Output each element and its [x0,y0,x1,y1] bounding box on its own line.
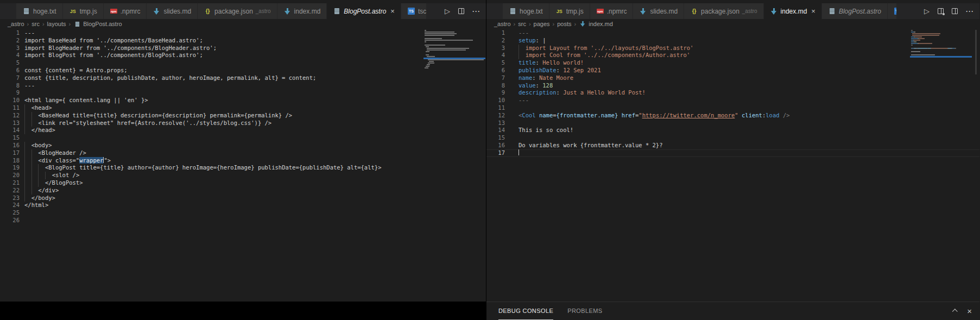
code-line-15[interactable]: 15 [486,134,979,142]
line-number: 26 [0,217,24,224]
minimap-highlight [910,56,972,58]
tab-strip-right: hoge.txtJStmp.jsnpm.npmrcslides.md{}pack… [486,3,919,19]
breadcrumb-item[interactable]: pages [534,21,550,27]
breadcrumb-file[interactable]: BlogPost.astro [83,21,122,27]
code-line-14[interactable]: 14This is so cool! [486,127,979,134]
indent-guide [45,172,52,179]
split-editor-alt-icon[interactable] [938,8,944,14]
tab-hoge.txt[interactable]: hoge.txt [503,3,549,19]
tab-.npmrc[interactable]: npm.npmrc [104,3,147,19]
tab-slides.md[interactable]: slides.md [633,3,684,19]
code-line-10[interactable]: 10--- [486,97,979,104]
code-line-20[interactable]: 20 <slot /> [0,172,486,179]
code-line-13[interactable]: 13 <link rel="stylesheet" href={Astro.re… [0,120,486,127]
code-line-4[interactable]: 4 import Cool from '../../components/Aut… [486,52,979,59]
tab-tmp.js[interactable]: JStmp.js [63,3,103,19]
code-line-3[interactable]: 3 import Layout from '../../layouts/Blog… [486,45,979,52]
line-number: 8 [486,82,519,90]
code-line-9[interactable]: 9description: Just a Hello World Post! [486,89,979,97]
code-line-5[interactable]: 5 [0,59,486,67]
editor-left[interactable]: 1---2import BaseHead from '../components… [0,28,486,302]
code-line-19[interactable]: 19 <BlogPost title={title} author={autho… [0,164,486,172]
code-line-1[interactable]: 1--- [0,29,486,37]
code-line-12[interactable]: 12 <BaseHead title={title} description={… [0,112,486,120]
run-icon[interactable]: ▷ [445,7,450,15]
code-line-4[interactable]: 4import BlogPost from '../components/Blo… [0,52,486,59]
code-line-1[interactable]: 1--- [486,29,979,37]
code-line-8[interactable]: 8--- [0,82,486,90]
breadcrumb-item[interactable]: posts [557,21,571,27]
breadcrumb-item[interactable]: _astro [494,21,511,27]
code-line-11[interactable]: 11 <head> [0,104,486,112]
minimap-left[interactable] [425,30,485,72]
line-number: 20 [0,172,24,179]
code-line-15[interactable]: 15 [0,134,486,142]
close-tab-icon[interactable]: × [811,8,815,15]
code-line-25[interactable]: 25 [0,209,486,217]
code-line-7[interactable]: 7const {title, description, publishDate,… [0,74,486,82]
breadcrumb-file[interactable]: index.md [589,21,613,27]
tab-BlogPost.astro[interactable]: BlogPost.astro× [327,3,401,19]
more-actions-icon[interactable]: ··· [472,8,480,15]
tab-BlogPost.astro[interactable]: BlogPost.astro [822,3,887,19]
code-line-9[interactable]: 9 [0,89,486,97]
close-tab-icon[interactable]: × [390,8,395,15]
code-line-2[interactable]: 2import BaseHead from '../components/Bas… [0,37,486,45]
breadcrumb-item[interactable]: src [31,21,40,27]
code-line-3[interactable]: 3import BlogHeader from '../components/B… [0,45,486,52]
chevron-up-icon[interactable] [952,309,958,314]
run-icon[interactable]: ▷ [924,7,930,15]
code-line-12[interactable]: 12<Cool name={frontmatter.name} href="ht… [486,112,979,120]
tab-tmp.js[interactable]: JStmp.js [549,3,590,19]
line-number: 3 [0,45,24,52]
code-line-17[interactable]: 17 <BlogHeader /> [0,149,486,157]
tab-package.json[interactable]: {}package.json_astro [684,3,763,19]
tab-label: tmp.js [80,8,97,15]
code-line-23[interactable]: 23 </body> [0,194,486,202]
more-actions-icon[interactable]: ··· [966,8,974,15]
split-editor-icon[interactable] [952,8,958,14]
code-line-13[interactable]: 13 [486,120,979,127]
tab-slides.md[interactable]: slides.md [147,3,197,19]
breadcrumb-item[interactable]: src [518,21,526,27]
tab-index.md[interactable]: index.md× [764,3,821,19]
panel-tab-problems[interactable]: PROBLEMS [567,302,602,320]
code-line-7[interactable]: 7name: Nate Moore [486,74,979,82]
code-line-11[interactable]: 11 [486,104,979,112]
breadcrumb-item[interactable]: _astro [8,21,24,27]
close-panel-icon[interactable]: × [967,307,972,315]
code-line-16[interactable]: 16Do variables work {frontmatter.value *… [486,142,979,149]
tab-tsc[interactable]: TStsc [888,3,896,19]
code-line-14[interactable]: 14 </head> [0,127,486,134]
code-line-17[interactable]: 17 [486,149,979,157]
tab-index.md[interactable]: index.md [277,3,327,19]
tab-label: index.md [294,8,321,15]
code-line-21[interactable]: 21 </BlogPost> [0,179,486,187]
breadcrumb-right: _astro›src›pages›posts›index.md [486,19,979,28]
split-editor-icon[interactable] [458,8,464,14]
code-line-10[interactable]: 10<html lang={ content.lang || 'en' }> [0,97,486,104]
code-line-2[interactable]: 2setup: | [486,37,979,45]
npm-file-icon: npm [596,8,604,15]
editor-right[interactable]: 1---2setup: |3 import Layout from '../..… [486,28,979,302]
tab-.npmrc[interactable]: npm.npmrc [590,3,633,19]
tab-package.json[interactable]: {}package.json_astro [198,3,277,19]
tab-hoge.txt[interactable]: hoge.txt [16,3,62,19]
breadcrumb-item[interactable]: layouts [47,21,66,27]
code-line-5[interactable]: 5title: Hello world! [486,59,979,67]
code-line-22[interactable]: 22 </div> [0,187,486,194]
code-line-24[interactable]: 24</html> [0,202,486,209]
scrollbar[interactable] [975,30,977,74]
code-line-26[interactable]: 26 [0,217,486,224]
file-file-icon [828,8,836,15]
code-line-6[interactable]: 6publishDate: 12 Sep 2021 [486,67,979,74]
code-line-16[interactable]: 16 <body> [0,142,486,149]
tab-tsc[interactable]: TStsc [401,3,426,19]
file-file-icon [333,8,341,15]
minimap-right[interactable] [911,30,972,58]
code-line-6[interactable]: 6const {content} = Astro.props; [0,67,486,74]
code-line-18[interactable]: 18 <div class="wrapper"> [0,157,486,165]
code-line-8[interactable]: 8value: 128 [486,82,979,90]
line-number: 14 [0,127,24,134]
panel-tab-debug-console[interactable]: DEBUG CONSOLE [498,302,553,320]
